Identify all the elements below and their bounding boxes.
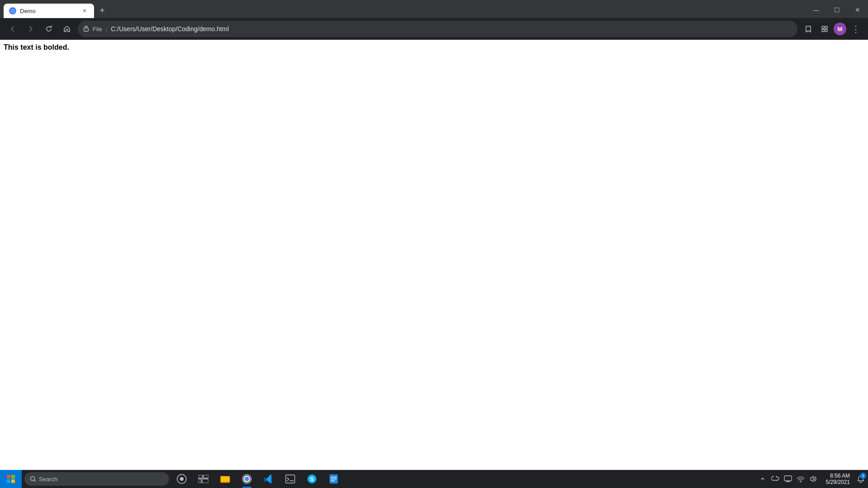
taskbar-apps: S: [172, 470, 754, 488]
toolbar-actions: M ⋮: [801, 22, 863, 36]
svg-point-10: [31, 477, 35, 481]
date-display: 5/29/2021: [826, 479, 850, 485]
notification-button[interactable]: 3: [854, 470, 868, 488]
svg-rect-3: [825, 26, 827, 28]
taskbar-app-terminal[interactable]: [280, 470, 300, 488]
taskbar-app-cortana[interactable]: [172, 470, 192, 488]
svg-point-22: [800, 482, 801, 483]
taskview-icon: [198, 474, 209, 484]
taskbar-app-chrome[interactable]: [237, 470, 257, 488]
time-display: 8:56 AM: [830, 473, 850, 479]
start-button[interactable]: [0, 470, 22, 488]
svg-rect-13: [198, 475, 203, 478]
file-label: File: [93, 26, 102, 33]
tray-wifi-icon[interactable]: [795, 474, 806, 484]
skype-icon: S: [307, 474, 317, 484]
taskbar-app-fileexplorer[interactable]: [215, 470, 235, 488]
tray-monitor-icon[interactable]: [783, 474, 793, 484]
svg-rect-7: [11, 475, 15, 479]
url-input[interactable]: [111, 25, 792, 33]
cortana-icon: [176, 474, 187, 484]
taskbar-search[interactable]: Search: [24, 472, 169, 486]
close-button[interactable]: ✕: [847, 3, 868, 17]
profile-button[interactable]: M: [834, 23, 846, 35]
menu-button[interactable]: ⋮: [848, 22, 863, 36]
taskbar: Search: [0, 470, 868, 488]
svg-rect-9: [11, 479, 15, 483]
svg-rect-2: [822, 26, 824, 28]
taskbar-app-vscode[interactable]: [259, 470, 278, 488]
address-bar[interactable]: File |: [78, 21, 797, 37]
bold-text-element: This text is bolded.: [4, 43, 69, 51]
browser-toolbar: File | M ⋮: [0, 18, 868, 40]
tab-close-button[interactable]: ✕: [80, 7, 89, 15]
svg-rect-17: [286, 475, 295, 483]
terminal-icon: [285, 474, 296, 484]
svg-point-0: [10, 8, 15, 14]
new-tab-button[interactable]: +: [96, 4, 108, 17]
svg-text:S: S: [310, 476, 314, 483]
tray-chevron[interactable]: [757, 474, 768, 484]
browser-tab[interactable]: Demo ✕: [4, 4, 94, 18]
search-label: Search: [39, 476, 57, 483]
address-separator: |: [106, 26, 107, 33]
search-icon: [30, 476, 36, 482]
svg-rect-14: [203, 475, 208, 478]
svg-rect-5: [825, 29, 827, 32]
taskbar-app-taskview[interactable]: [193, 470, 213, 488]
taskbar-clock[interactable]: 8:56 AM 5/29/2021: [822, 473, 854, 485]
file-explorer-icon: [220, 474, 231, 484]
windows-logo-icon: [7, 475, 15, 483]
svg-point-12: [180, 477, 184, 481]
maximize-button[interactable]: ☐: [826, 3, 847, 17]
back-button[interactable]: [5, 22, 20, 36]
refresh-button[interactable]: [42, 22, 56, 36]
vscode-icon: [263, 474, 274, 484]
tab-favicon: [9, 7, 16, 14]
tray-volume-icon[interactable]: [808, 474, 819, 484]
svg-rect-8: [7, 479, 10, 483]
forward-button[interactable]: [24, 22, 38, 36]
lock-icon: [83, 25, 89, 33]
bookmark-button[interactable]: [801, 22, 816, 36]
window-controls: — ☐ ✕: [806, 3, 868, 17]
svg-rect-21: [784, 476, 792, 481]
browser-window: Demo ✕ + — ☐ ✕ File |: [0, 0, 868, 470]
taskbar-app-skype[interactable]: S: [302, 470, 322, 488]
notification-count: 3: [860, 473, 866, 479]
tray-cloud-icon[interactable]: [770, 474, 781, 484]
page-content: This text is bolded.: [0, 40, 868, 470]
extensions-button[interactable]: [817, 22, 832, 36]
taskbar-app-notes[interactable]: [324, 470, 344, 488]
svg-rect-1: [84, 28, 89, 31]
chrome-icon: [241, 474, 252, 484]
home-button[interactable]: [60, 22, 74, 36]
svg-rect-16: [202, 479, 208, 483]
notes-icon: [328, 474, 339, 484]
tab-title: Demo: [20, 8, 77, 14]
minimize-button[interactable]: —: [806, 3, 826, 17]
svg-rect-15: [198, 479, 201, 483]
svg-rect-6: [7, 475, 10, 479]
tab-bar: Demo ✕ + — ☐ ✕: [0, 0, 868, 18]
svg-rect-4: [822, 29, 824, 32]
system-tray: [754, 474, 822, 484]
